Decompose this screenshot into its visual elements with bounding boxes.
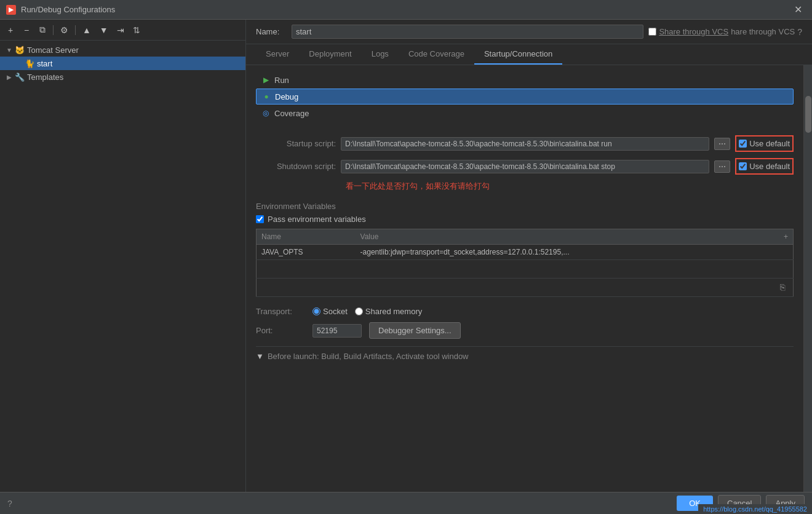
name-label: Name: — [256, 27, 287, 36]
tree-item-tomcat-server[interactable]: ▼ 🐱 Tomcat Server — [0, 43, 245, 57]
env-name-cell: JAVA_OPTS — [257, 245, 356, 260]
tab-logs[interactable]: Logs — [362, 44, 399, 65]
startup-script-input[interactable] — [341, 137, 709, 151]
left-panel: + − ⧉ ⚙ ▲ ▼ ⇥ ⇅ ▼ 🐱 Tomcat Server 🐈 star… — [0, 20, 246, 492]
right-panel: Name: Share through VCShare through VCS … — [246, 20, 812, 492]
tab-server[interactable]: Server — [256, 44, 299, 65]
shared-memory-option[interactable]: Shared memory — [355, 307, 422, 316]
copy-icon[interactable]: ⎘ — [780, 282, 785, 292]
startup-script-label: Startup script: — [256, 139, 336, 148]
use-default-startup-checkbox[interactable] — [739, 140, 747, 148]
close-button[interactable]: ✕ — [790, 2, 806, 17]
port-section: Port: Debugger Settings... — [256, 322, 794, 339]
use-default-shutdown-label: Use default — [749, 162, 790, 171]
window-title: Run/Debug Configurations — [21, 5, 790, 14]
scrollbar-track[interactable] — [803, 65, 812, 492]
bottom-left: ? — [7, 499, 12, 508]
help-icon[interactable]: ? — [7, 499, 12, 508]
shutdown-script-row: Shutdown script: ⋯ Use default — [256, 158, 794, 175]
env-value-cell: -agentlib:jdwp=transport=dt_socket,addre… — [356, 245, 775, 260]
content-main: ▶ Run ● Debug ◎ Coverage Startup script: — [246, 65, 803, 492]
table-row-empty2 — [257, 279, 794, 297]
share-vcs-label-rest: hare through VCS — [731, 27, 795, 36]
env-name-col: Name — [257, 229, 356, 245]
tab-code-coverage[interactable]: Code Coverage — [399, 44, 474, 65]
shutdown-script-input[interactable] — [341, 160, 709, 173]
use-default-shutdown: Use default — [735, 158, 794, 175]
settings-button[interactable]: ⚙ — [57, 23, 71, 37]
pass-env-checkbox[interactable] — [256, 215, 264, 223]
mode-coverage[interactable]: ◎ Coverage — [256, 106, 794, 121]
tomcat-icon: 🐱 — [15, 45, 25, 55]
tree-item-templates[interactable]: ▶ 🔧 Templates — [0, 70, 245, 84]
port-input[interactable] — [312, 324, 362, 338]
link-bar: https://blog.csdn.net/qq_41955582 — [698, 504, 812, 514]
templates-arrow: ▶ — [5, 73, 14, 81]
content-area: ▶ Run ● Debug ◎ Coverage Startup script: — [246, 65, 812, 492]
shared-memory-label: Shared memory — [365, 307, 422, 316]
tab-startup-connection[interactable]: Startup/Connection — [474, 44, 562, 65]
port-label: Port: — [256, 326, 305, 335]
tree-tomcat-label: Tomcat Server — [27, 45, 79, 55]
shared-memory-radio[interactable] — [355, 307, 363, 315]
env-pass-row: Pass environment variables — [256, 215, 794, 224]
env-section: Environment Variables Pass environment v… — [256, 202, 794, 297]
tabs-bar: Server Deployment Logs Code Coverage Sta… — [246, 44, 812, 65]
tree-templates-label: Templates — [27, 73, 63, 82]
shutdown-script-browse[interactable]: ⋯ — [714, 160, 730, 173]
copy-button[interactable]: ⧉ — [36, 23, 49, 37]
remove-button[interactable]: − — [20, 23, 33, 37]
env-value-col: Value — [356, 229, 775, 245]
table-row[interactable]: JAVA_OPTS -agentlib:jdwp=transport=dt_so… — [257, 245, 794, 260]
use-default-startup-label: Use default — [749, 139, 790, 148]
form-section: Startup script: ⋯ Use default Shutdown s — [256, 135, 794, 192]
share-vcs-label: Share through VCS — [659, 27, 728, 36]
pass-env-label: Pass environment variables — [268, 215, 366, 224]
red-annotation: 看一下此处是否打勾，如果没有请给打勾 — [346, 181, 490, 192]
env-table: Name Value + JAVA_OPTS -agentlib:jdwp=tr… — [256, 229, 794, 297]
transport-section: Transport: Socket Shared memory — [256, 307, 794, 316]
startup-script-row: Startup script: ⋯ Use default — [256, 135, 794, 152]
startup-script-browse[interactable]: ⋯ — [714, 138, 730, 150]
name-input[interactable] — [292, 25, 643, 39]
scrollbar-thumb[interactable] — [805, 96, 811, 133]
tree-panel: ▼ 🐱 Tomcat Server 🐈 start ▶ 🔧 Templates — [0, 41, 245, 492]
run-label: Run — [274, 76, 289, 85]
name-help-icon[interactable]: ? — [797, 27, 802, 37]
share-vcs-checkbox[interactable] — [648, 28, 656, 36]
separator — [53, 25, 54, 35]
down-button[interactable]: ▼ — [97, 23, 111, 37]
debugger-settings-button[interactable]: Debugger Settings... — [369, 322, 461, 339]
expand-arrow: ▼ — [5, 45, 14, 54]
bottom-bar: ? OK Cancel Apply https://blog.csdn.net/… — [0, 492, 812, 514]
socket-option[interactable]: Socket — [312, 307, 348, 316]
add-env-button[interactable]: + — [775, 229, 794, 245]
mode-debug[interactable]: ● Debug — [256, 89, 794, 105]
run-icon: ▶ — [261, 75, 271, 85]
env-table-container: Name Value + JAVA_OPTS -agentlib:jdwp=tr… — [256, 229, 794, 297]
name-row: Name: Share through VCShare through VCS … — [246, 20, 812, 44]
coverage-label: Coverage — [274, 109, 309, 118]
tree-item-start[interactable]: 🐈 start — [0, 57, 245, 70]
env-empty-cell — [775, 245, 794, 260]
up-button[interactable]: ▲ — [79, 23, 94, 37]
move-button[interactable]: ⇥ — [114, 23, 127, 37]
annotation-container: 看一下此处是否打勾，如果没有请给打勾 — [341, 181, 794, 192]
debug-icon: ● — [261, 92, 271, 101]
start-icon: 🐈 — [25, 58, 34, 68]
use-default-shutdown-checkbox[interactable] — [739, 162, 747, 170]
tab-deployment[interactable]: Deployment — [299, 44, 361, 65]
tree-start-label: start — [37, 59, 52, 68]
sort-button[interactable]: ⇅ — [130, 23, 143, 37]
title-bar: ▶ Run/Debug Configurations ✕ — [0, 0, 812, 20]
socket-radio[interactable] — [312, 307, 320, 315]
before-launch-label: Before launch: Build, Build Artifacts, A… — [268, 352, 469, 361]
app-icon: ▶ — [6, 5, 16, 15]
mode-run[interactable]: ▶ Run — [256, 73, 794, 87]
use-default-startup: Use default — [735, 135, 794, 152]
transport-label: Transport: — [256, 307, 305, 316]
before-launch-header[interactable]: ▼ Before launch: Build, Build Artifacts,… — [256, 352, 794, 361]
shutdown-script-label: Shutdown script: — [256, 162, 336, 171]
before-launch-arrow: ▼ — [256, 352, 264, 361]
add-button[interactable]: + — [4, 23, 17, 37]
